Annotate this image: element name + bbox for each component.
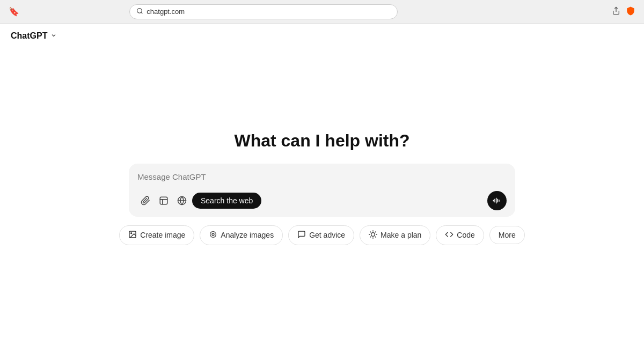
chatgpt-logo[interactable]: ChatGPT: [11, 31, 57, 41]
make-a-plan-chip[interactable]: Make a plan: [360, 225, 430, 245]
svg-rect-2: [160, 197, 167, 204]
chat-input-container: Search the web: [129, 164, 515, 217]
input-toolbar: Search the web: [137, 191, 507, 210]
voice-button[interactable]: [487, 191, 507, 210]
get-advice-chip[interactable]: Get advice: [288, 225, 354, 245]
share-icon[interactable]: [612, 6, 620, 17]
browser-right-icons: [612, 6, 635, 18]
main-heading: What can I help with?: [234, 131, 409, 151]
canvas-button[interactable]: [156, 193, 172, 209]
svg-point-14: [371, 232, 375, 236]
more-label: More: [499, 231, 516, 239]
svg-line-18: [375, 237, 376, 237]
make-a-plan-icon: [369, 230, 377, 240]
create-image-chip[interactable]: Create image: [119, 225, 194, 245]
logo-chevron-icon: [50, 32, 57, 40]
main-area: What can I help with?: [0, 48, 644, 338]
code-label: Code: [457, 231, 474, 239]
create-image-icon: [128, 230, 137, 240]
more-chip[interactable]: More: [489, 226, 525, 244]
get-advice-label: Get advice: [309, 231, 345, 239]
analyze-images-label: Analyze images: [221, 231, 274, 239]
url-text: chatgpt.com: [147, 8, 185, 16]
chat-input[interactable]: [137, 172, 507, 181]
search-web-label: Search the web: [201, 196, 253, 205]
browser-chrome: 🔖 chatgpt.com: [0, 0, 644, 24]
security-icon: [136, 8, 143, 16]
make-a-plan-label: Make a plan: [380, 231, 421, 239]
code-icon: [445, 230, 453, 240]
bookmark-icon: 🔖: [9, 6, 19, 17]
svg-point-12: [212, 233, 214, 236]
search-web-button[interactable]: Search the web: [192, 193, 261, 209]
analyze-images-icon: [209, 230, 217, 240]
top-nav: ChatGPT: [0, 24, 644, 48]
svg-line-1: [141, 12, 142, 13]
code-chip[interactable]: Code: [436, 225, 484, 245]
globe-button[interactable]: [174, 193, 190, 209]
url-bar[interactable]: chatgpt.com: [129, 4, 398, 19]
attach-button[interactable]: [137, 193, 153, 209]
svg-point-13: [210, 231, 216, 237]
brave-shield-icon: [626, 6, 635, 18]
get-advice-icon: [297, 230, 306, 240]
analyze-images-chip[interactable]: Analyze images: [200, 225, 283, 245]
svg-line-22: [375, 231, 376, 232]
svg-point-11: [131, 232, 132, 233]
app-content: ChatGPT What can I help with?: [0, 24, 644, 338]
create-image-label: Create image: [140, 231, 185, 239]
svg-point-0: [137, 8, 142, 13]
svg-line-17: [370, 231, 371, 232]
suggestion-chips: Create image Analyze images Get advice: [119, 225, 524, 245]
chatgpt-logo-text: ChatGPT: [11, 31, 47, 41]
svg-line-21: [370, 237, 371, 237]
